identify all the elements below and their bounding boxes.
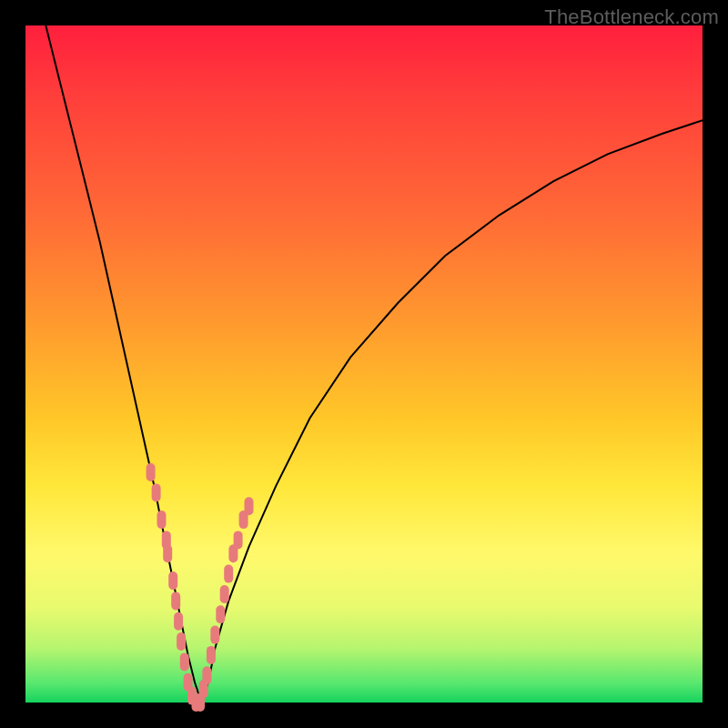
marker-point: [224, 565, 233, 583]
marker-point: [234, 531, 243, 549]
marker-point: [202, 666, 211, 684]
bottleneck-curve: [46, 25, 703, 703]
highlighted-markers: [147, 463, 254, 712]
marker-point: [163, 544, 172, 562]
marker-point: [168, 571, 177, 590]
marker-point: [220, 585, 229, 603]
marker-point: [157, 511, 167, 529]
marker-point: [147, 463, 156, 481]
watermark-label: TheBottleneck.com: [544, 5, 719, 29]
marker-point: [177, 632, 186, 651]
chart-plot-area: [25, 25, 703, 703]
marker-point: [207, 646, 216, 664]
bottleneck-curve-svg: [25, 25, 703, 703]
marker-point: [152, 483, 161, 501]
marker-point: [171, 592, 180, 610]
marker-point: [180, 652, 189, 671]
marker-point: [210, 626, 219, 644]
marker-point: [245, 497, 254, 515]
marker-point: [174, 612, 183, 631]
chart-frame: TheBottleneck.com: [0, 0, 728, 728]
marker-point: [216, 605, 225, 623]
